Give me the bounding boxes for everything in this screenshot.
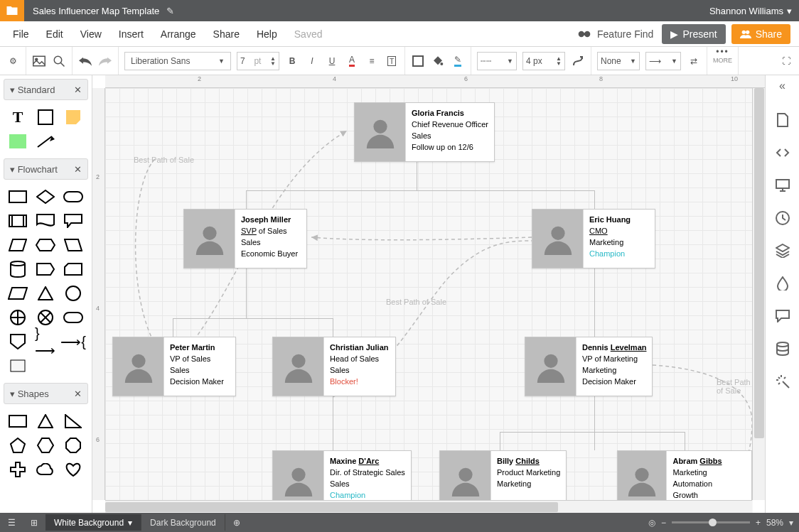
zoom-slider-thumb[interactable] bbox=[709, 519, 717, 526]
shape-oct[interactable] bbox=[63, 436, 84, 455]
tab-dark-bg[interactable]: Dark Background bbox=[141, 514, 225, 531]
shape-circle[interactable] bbox=[63, 284, 84, 303]
person-card[interactable]: Joseph MillerSVP of SalesSalesEconomic B… bbox=[183, 209, 307, 268]
zoom-slider[interactable] bbox=[672, 521, 750, 523]
present-icon[interactable] bbox=[775, 178, 790, 193]
shape-brace-r[interactable]: ⟶{ bbox=[63, 332, 84, 351]
undo-icon[interactable] bbox=[78, 54, 92, 68]
person-card[interactable]: Christian JulianHead of SalesSalesBlocke… bbox=[272, 337, 396, 396]
shape-predef[interactable] bbox=[7, 212, 28, 230]
canvas[interactable]: Best Path of Sale Best Path of Sale Best… bbox=[105, 88, 752, 500]
align-icon[interactable]: ≡ bbox=[365, 54, 379, 68]
panel-standard-header[interactable]: ▾ Standard✕ bbox=[4, 79, 88, 100]
shape-card[interactable] bbox=[63, 260, 84, 278]
stroke-width-select[interactable]: 4 px▲▼ bbox=[522, 52, 565, 70]
folder-icon[interactable] bbox=[0, 0, 24, 21]
data-icon[interactable] bbox=[775, 341, 790, 357]
shape-stadium[interactable] bbox=[63, 308, 84, 327]
comment-icon[interactable] bbox=[775, 145, 790, 161]
shape-x-circ[interactable] bbox=[35, 308, 56, 327]
arrow-end-select[interactable]: ⟶▼ bbox=[645, 52, 681, 70]
panel-flowchart-header[interactable]: ▾ Flowchart✕ bbox=[4, 158, 88, 180]
feature-find[interactable]: Feature Find bbox=[577, 28, 653, 40]
shape-tri[interactable] bbox=[35, 284, 56, 303]
tab-white-bg[interactable]: White Background ▾ bbox=[45, 514, 141, 531]
text-color-icon[interactable]: A bbox=[345, 54, 359, 68]
font-size-input[interactable]: 7pt▲▼ bbox=[237, 52, 279, 70]
underline-icon[interactable]: U bbox=[325, 54, 339, 68]
bold-icon[interactable]: B bbox=[285, 54, 299, 68]
arrow-start-select[interactable]: None▼ bbox=[597, 52, 640, 70]
shape-text[interactable]: T bbox=[7, 108, 28, 126]
menu-view[interactable]: View bbox=[72, 28, 110, 40]
shape-parallel[interactable] bbox=[7, 284, 28, 303]
stroke-style-select[interactable]: ┄┄▼ bbox=[477, 52, 517, 70]
shape-doc[interactable] bbox=[35, 212, 56, 230]
person-card[interactable]: Dennis LevelmanVP of MarketingMarketingD… bbox=[525, 337, 653, 396]
menu-edit[interactable]: Edit bbox=[38, 28, 72, 40]
menu-file[interactable]: File bbox=[4, 28, 38, 40]
user-menu[interactable]: Shannon Williams ▾ bbox=[709, 6, 792, 16]
scrollbar-thumb-h[interactable] bbox=[105, 502, 558, 512]
fullscreen-icon[interactable]: ⛶ bbox=[779, 54, 793, 68]
shape-rect2[interactable] bbox=[7, 412, 28, 430]
person-card[interactable]: Gloria FrancisChief Revenue OfficerSales… bbox=[354, 102, 495, 162]
shape-brace-l[interactable]: }⟶ bbox=[35, 332, 56, 351]
shape-swatch[interactable] bbox=[7, 357, 28, 375]
shape-shield[interactable] bbox=[7, 332, 28, 351]
page-icon[interactable] bbox=[775, 112, 790, 128]
shape-heart[interactable] bbox=[63, 460, 84, 479]
shape-diamond[interactable] bbox=[35, 188, 56, 206]
scrollbar-horizontal[interactable] bbox=[105, 500, 752, 513]
panel-shapes-header[interactable]: ▾ Shapes✕ bbox=[4, 383, 88, 404]
list-view-icon[interactable]: ☰ bbox=[0, 518, 23, 528]
shape-tri2[interactable] bbox=[35, 412, 56, 430]
zoom-target-icon[interactable]: ◎ bbox=[648, 518, 655, 528]
chat-icon[interactable] bbox=[775, 308, 790, 324]
shape-cross-circ[interactable] bbox=[7, 308, 28, 327]
close-icon[interactable]: ✕ bbox=[74, 85, 82, 95]
layers-icon[interactable] bbox=[775, 243, 790, 259]
shape-pent[interactable] bbox=[35, 260, 56, 278]
shape-hex2[interactable] bbox=[35, 436, 56, 455]
shape-callout[interactable] bbox=[63, 212, 84, 230]
scrollbar-vertical[interactable] bbox=[752, 88, 765, 500]
shape-note[interactable] bbox=[63, 108, 84, 126]
share-button[interactable]: Share bbox=[731, 24, 790, 44]
close-icon[interactable]: ✕ bbox=[74, 389, 82, 399]
person-card[interactable]: Peter MartinVP of SalesSalesDecision Mak… bbox=[112, 337, 236, 396]
menu-help[interactable]: Help bbox=[248, 28, 286, 40]
text-box-icon[interactable]: T bbox=[385, 54, 399, 68]
swap-arrows-icon[interactable]: ⇄ bbox=[687, 54, 701, 68]
person-card[interactable]: Eric HuangCMO MarketingChampion bbox=[532, 209, 655, 268]
scrollbar-thumb-v[interactable] bbox=[754, 88, 764, 438]
shape-plus[interactable] bbox=[7, 460, 28, 479]
shape-penta[interactable] bbox=[7, 436, 28, 455]
line-curve-icon[interactable] bbox=[571, 54, 585, 68]
gear-icon[interactable]: ⚙ bbox=[6, 54, 20, 68]
shape-arrow[interactable] bbox=[35, 132, 56, 151]
collapse-rail-icon[interactable]: « bbox=[779, 80, 785, 95]
rename-icon[interactable]: ✎ bbox=[166, 6, 174, 16]
present-button[interactable]: ▶ Present bbox=[662, 24, 725, 44]
zoom-out-icon[interactable]: − bbox=[661, 518, 666, 528]
font-select[interactable]: Liberation Sans▼ bbox=[124, 52, 231, 70]
shape-rect[interactable] bbox=[7, 188, 28, 206]
zoom-menu-icon[interactable]: ▾ bbox=[789, 518, 793, 528]
shape-style-icon[interactable] bbox=[411, 54, 425, 68]
border-color-icon[interactable]: ✎ bbox=[451, 54, 465, 68]
grid-view-icon[interactable]: ⊞ bbox=[23, 518, 45, 528]
zoom-in-icon[interactable]: + bbox=[756, 518, 761, 528]
menu-insert[interactable]: Insert bbox=[110, 28, 152, 40]
shape-hex[interactable] bbox=[35, 236, 56, 254]
history-icon[interactable] bbox=[775, 210, 790, 226]
menu-arrange[interactable]: Arrange bbox=[152, 28, 205, 40]
close-icon[interactable]: ✕ bbox=[74, 164, 82, 175]
image-icon[interactable] bbox=[32, 54, 46, 68]
shape-rtri[interactable] bbox=[63, 412, 84, 430]
toolbar-more[interactable]: MORE bbox=[713, 57, 732, 64]
shape-terminator[interactable] bbox=[63, 188, 84, 206]
fill-icon[interactable] bbox=[431, 54, 445, 68]
shape-cloud[interactable] bbox=[35, 460, 56, 479]
add-tab-icon[interactable]: ⊕ bbox=[225, 518, 248, 528]
